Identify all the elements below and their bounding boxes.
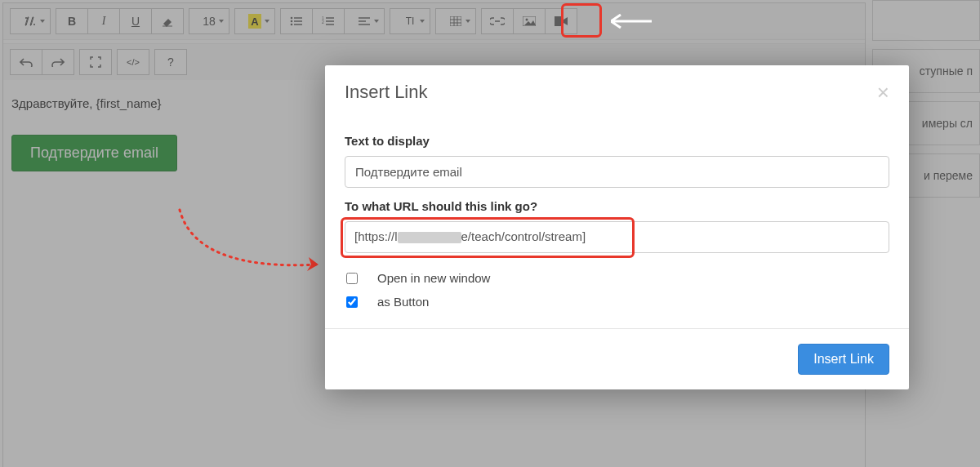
text-to-display-label: Text to display bbox=[345, 134, 889, 148]
url-label: To what URL should this link go? bbox=[345, 199, 889, 213]
open-new-window-label: Open in new window bbox=[377, 271, 490, 285]
text-to-display-input[interactable] bbox=[345, 156, 889, 188]
insert-link-submit-button[interactable]: Insert Link bbox=[798, 344, 889, 375]
as-button-checkbox[interactable] bbox=[346, 296, 358, 308]
modal-title: Insert Link bbox=[345, 82, 428, 103]
url-input[interactable] bbox=[345, 221, 889, 253]
open-new-window-checkbox[interactable] bbox=[346, 273, 358, 284]
close-button[interactable]: × bbox=[877, 82, 889, 103]
link-button-highlight bbox=[561, 3, 602, 38]
as-button-label: as Button bbox=[377, 295, 429, 309]
insert-link-modal: Insert Link × Text to display To what UR… bbox=[325, 65, 909, 389]
